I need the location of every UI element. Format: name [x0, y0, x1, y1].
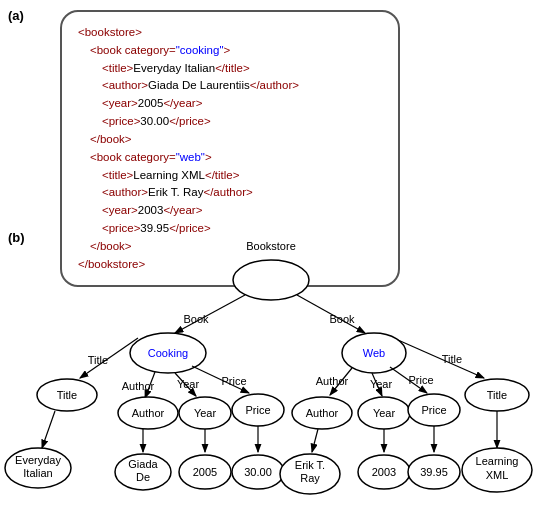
part-a-label: (a) [8, 8, 24, 23]
xml-line-8: <book category="web"> [90, 149, 382, 167]
year2-label: Year [373, 407, 396, 419]
web-label: Web [363, 347, 385, 359]
tree-diagram: Bookstore Book Book Cooking Web Title Ti… [0, 230, 542, 506]
xml-line-2: <book category="cooking"> [90, 42, 382, 60]
giada-label-line2: De [136, 471, 150, 483]
xml-line-4: <author>Giada De Laurentiis</author> [102, 77, 382, 95]
learningxml-label-line2: XML [486, 469, 509, 481]
erik-label-line2: Ray [300, 472, 320, 484]
xml-line-9: <title>Learning XML</title> [102, 167, 382, 185]
book1-edge-label: Book [183, 313, 209, 325]
edge-title1-everyday [42, 411, 55, 448]
price1-edge-label: Price [221, 375, 246, 387]
author1-edge-label: Author [122, 380, 155, 392]
price1val-label: 30.00 [244, 466, 272, 478]
xml-line-7: </book> [90, 131, 382, 149]
book2-edge-label: Book [329, 313, 355, 325]
xml-line-10: <author>Erik T. Ray</author> [102, 184, 382, 202]
price2-edge-label: Price [408, 374, 433, 386]
title2-edge-label: Title [442, 353, 462, 365]
bookstore-node [233, 260, 309, 300]
title1-label: Title [57, 389, 77, 401]
author2-label: Author [306, 407, 339, 419]
xml-line-1: <bookstore> [78, 24, 382, 42]
year1val-label: 2005 [193, 466, 217, 478]
cooking-label: Cooking [148, 347, 188, 359]
everyday-label-line2: Italian [23, 467, 52, 479]
title2-label: Title [487, 389, 507, 401]
xml-line-5: <year>2005</year> [102, 95, 382, 113]
title1-edge-label: Title [88, 354, 108, 366]
giada-label-line1: Giada [128, 458, 158, 470]
year1-label: Year [194, 407, 217, 419]
xml-line-3: <title>Everyday Italian</title> [102, 60, 382, 78]
price1-label: Price [245, 404, 270, 416]
price2-label: Price [421, 404, 446, 416]
edge-author2-erik [312, 429, 318, 452]
everyday-label-line1: Everyday [15, 454, 61, 466]
xml-line-6: <price>30.00</price> [102, 113, 382, 131]
author2-edge-label: Author [316, 375, 349, 387]
year2val-label: 2003 [372, 466, 396, 478]
price2val-label: 39.95 [420, 466, 448, 478]
bookstore-label: Bookstore [246, 240, 296, 252]
author1-label: Author [132, 407, 165, 419]
year2-edge-label: Year [370, 378, 393, 390]
xml-line-11: <year>2003</year> [102, 202, 382, 220]
year1-edge-label: Year [177, 378, 200, 390]
learningxml-label-line1: Learning [476, 455, 519, 467]
erik-label-line1: Erik T. [295, 459, 325, 471]
